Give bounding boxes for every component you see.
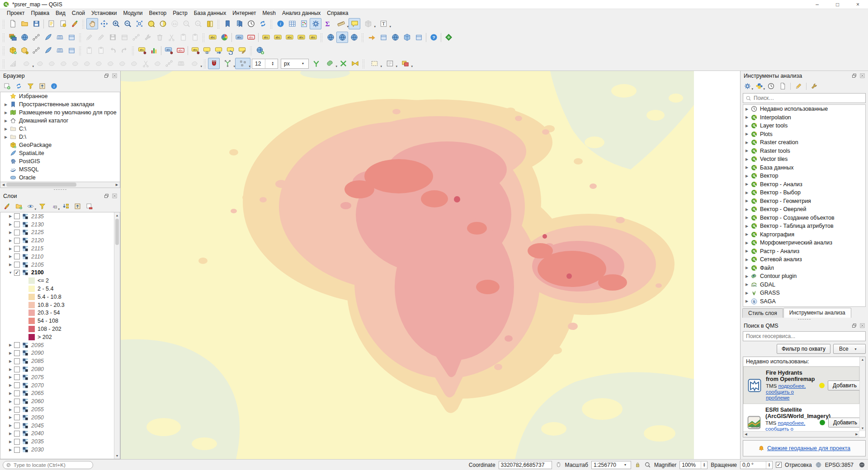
offset-curve[interactable] (116, 58, 128, 69)
reshape-features[interactable] (128, 58, 140, 69)
legend-entry[interactable]: 108 - 202 (0, 325, 120, 333)
toolbox-group[interactable]: ▶ База данных (743, 164, 865, 172)
refresh-browser-button[interactable] (14, 81, 24, 91)
menu-item[interactable]: Вид (52, 9, 69, 17)
metasearch-toolbar-handle[interactable] (320, 33, 323, 42)
web-globe-2[interactable] (336, 32, 348, 43)
copy-style[interactable] (83, 45, 95, 56)
callout-tool[interactable] (163, 45, 175, 56)
layer-checkbox[interactable] (14, 246, 20, 252)
browser-item[interactable]: ▶ GeoPackage (0, 141, 120, 149)
vertex-tool[interactable] (130, 32, 142, 43)
browser-item[interactable]: ▶ Домашний каталог (0, 117, 120, 125)
new-shapefile-layer[interactable] (19, 45, 30, 56)
expand-arrow-icon[interactable]: ▶ (2, 135, 9, 139)
layer-row[interactable]: ▶2050 (0, 414, 120, 422)
expand-arrow-icon[interactable]: ▶ (7, 263, 14, 267)
expand-arrow-icon[interactable]: ▶ (7, 391, 14, 395)
pin-unpin-label[interactable] (189, 45, 201, 56)
legend-entry[interactable]: <= 2 (0, 277, 120, 285)
toolbox-group[interactable]: ▶ Contour plugin (743, 272, 865, 281)
edit-in-place-button[interactable] (793, 81, 803, 91)
new-3d-map-view[interactable]: ▾ (360, 18, 376, 29)
circular-string[interactable]: ▾ (187, 58, 202, 69)
toolbox-group[interactable]: ▶ SAGA (743, 297, 865, 306)
layer-checkbox[interactable] (14, 439, 20, 445)
expand-arrow-icon[interactable]: ▶ (7, 400, 14, 404)
new-map-view[interactable] (204, 18, 216, 29)
panel-splitter[interactable] (0, 188, 120, 191)
layer-checkbox[interactable] (14, 350, 20, 356)
plugin-tool-4[interactable] (413, 32, 425, 43)
scroll-left-icon[interactable]: ◀ (743, 432, 749, 436)
style-manager[interactable] (69, 18, 80, 29)
zoom-in[interactable] (110, 18, 122, 29)
remove-layer-button[interactable] (84, 202, 94, 211)
layer-row[interactable]: ▶2115 (0, 244, 120, 253)
lock-scale-icon[interactable] (634, 461, 641, 468)
layer-checkbox[interactable] (14, 262, 20, 268)
rule-based-labels[interactable] (175, 45, 186, 56)
toolbox-group[interactable]: ▶ Vector tiles (743, 155, 865, 164)
label-tool-c[interactable] (283, 32, 295, 43)
expand-arrow-icon[interactable]: ▶ (743, 124, 750, 128)
crs-label[interactable]: EPSG:3857 (825, 462, 854, 468)
redo[interactable] (118, 45, 130, 56)
expand-arrow-icon[interactable]: ▶ (7, 351, 14, 355)
expand-arrow-icon[interactable]: ▶ (2, 119, 9, 123)
expand-arrow-icon[interactable]: ▼ (7, 271, 14, 275)
data-source-manager[interactable] (7, 32, 19, 43)
expand-arrow-icon[interactable]: ▶ (743, 149, 750, 153)
zoom-full[interactable] (133, 18, 145, 29)
add-ring[interactable] (57, 58, 69, 69)
menu-item[interactable]: Правка (28, 9, 53, 17)
statistical-summary[interactable] (298, 18, 310, 29)
expand-arrow-icon[interactable]: ▶ (743, 241, 750, 245)
snapping-tolerance-type[interactable]: ▾ (235, 58, 250, 69)
toolbox-close-button[interactable] (859, 73, 866, 79)
toolbox-group[interactable]: ▶ Raster creation (743, 138, 865, 147)
new-temporary-scratch-layer[interactable] (42, 45, 54, 56)
layer-checkbox[interactable] (14, 374, 20, 380)
web-globe-1[interactable] (325, 32, 336, 43)
menu-item[interactable]: Слой (69, 9, 88, 17)
show-statistics[interactable] (321, 18, 333, 29)
layer-row[interactable]: ▶2045 (0, 422, 120, 430)
minimize-button[interactable]: – (807, 0, 827, 9)
new-spatialite-layer[interactable] (30, 45, 42, 56)
qms-service-item[interactable]: ESRI Satellite (ArcGIS/World_Imagery)TMS… (743, 404, 859, 431)
deselect-overlap[interactable]: ▾ (397, 58, 413, 69)
add-wms-layer[interactable] (19, 32, 30, 43)
new-mesh-layer[interactable] (54, 45, 66, 56)
diagram-callouts[interactable] (148, 45, 160, 56)
snapping-tolerance-value[interactable]: 12▲▼ (252, 59, 278, 69)
new-spatial-bookmark[interactable] (222, 18, 233, 29)
save-layer-edits[interactable] (107, 32, 118, 43)
toolbox-group[interactable]: ▶ Картография (743, 230, 865, 239)
menu-item[interactable]: Анализ данных (279, 9, 324, 17)
toolbox-float-button[interactable] (851, 73, 858, 79)
xyz-toolbar-handle[interactable] (250, 46, 253, 55)
map-canvas[interactable] (121, 71, 740, 459)
toolbox-search-input[interactable] (754, 95, 863, 101)
collapse-all-layers-button[interactable] (72, 202, 82, 211)
legend-entry[interactable]: > 202 (0, 333, 120, 341)
expand-arrow-icon[interactable]: ▶ (743, 174, 750, 178)
toolbox-group[interactable]: ▶ Вектор - Выбор (743, 188, 865, 197)
expand-arrow-icon[interactable]: ▶ (7, 432, 14, 436)
browser-item[interactable]: ▶ Пространственные закладки (0, 100, 120, 108)
new-print-layout[interactable] (45, 18, 57, 29)
osm-place-search[interactable] (366, 32, 377, 43)
toolbox-group[interactable]: ▶ Недавно использованные (743, 105, 865, 113)
paste-style[interactable] (95, 45, 107, 56)
plugins-toolbar-handle[interactable] (361, 33, 364, 42)
scroll-right-icon[interactable]: ▶ (114, 183, 120, 187)
expand-arrow-icon[interactable]: ▶ (743, 132, 750, 136)
crs-globe-icon[interactable] (815, 461, 822, 468)
layer-row[interactable]: ▶2065 (0, 390, 120, 398)
scroll-down-icon[interactable]: ▼ (860, 426, 865, 431)
metasearch-catalog[interactable] (443, 32, 454, 43)
zoom-to-layer[interactable] (157, 18, 169, 29)
toolbox-group[interactable]: ▶ Layer tools (743, 122, 865, 130)
layer-row[interactable]: ▶2095 (0, 341, 120, 349)
